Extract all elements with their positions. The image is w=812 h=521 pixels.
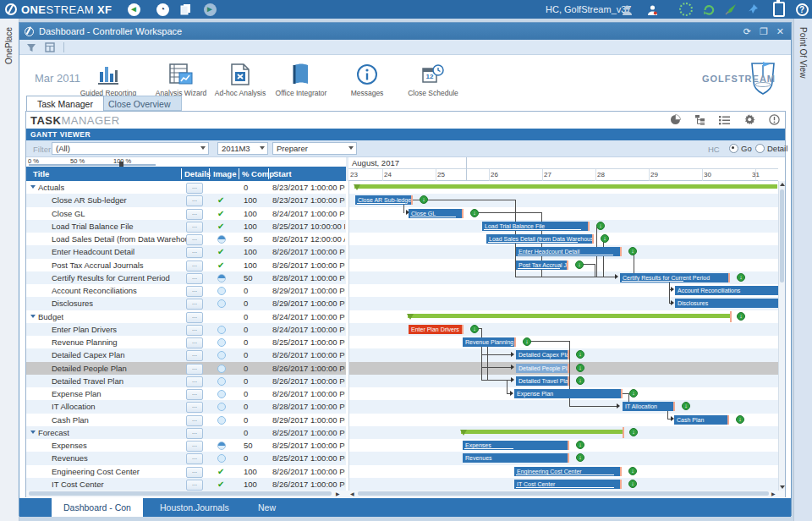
tab-close-overview[interactable]: Close Overview bbox=[97, 96, 182, 111]
details-button[interactable]: ... bbox=[186, 195, 203, 206]
app-icon-guided-reporting[interactable]: Guided Reporting bbox=[72, 60, 145, 97]
task-complete-circle-icon[interactable]: ↓ bbox=[576, 376, 584, 385]
task-complete-circle-icon[interactable]: ↓ bbox=[628, 480, 637, 488]
gantt-hscroll-thumb[interactable] bbox=[358, 491, 769, 496]
task-complete-circle-icon[interactable]: ↓ bbox=[420, 195, 428, 204]
group-collapse-icon[interactable] bbox=[30, 185, 36, 189]
gear-icon[interactable] bbox=[744, 114, 755, 125]
group-collapse-icon[interactable] bbox=[30, 431, 36, 434]
table-row[interactable]: Expenses...508/25/2017 1:00:00 PM bbox=[26, 439, 346, 452]
table-row[interactable]: Budget...08/24/2017 1:00:00 PM bbox=[26, 310, 346, 323]
point-of-view-strip[interactable]: Point Of View bbox=[793, 19, 812, 521]
app-icon-office-integrator[interactable]: Office Integrator bbox=[265, 60, 337, 97]
gantt-bar[interactable]: Close AR Sub-ledger bbox=[355, 195, 413, 205]
task-complete-circle-icon[interactable]: ↓ bbox=[575, 260, 584, 269]
details-button[interactable]: ... bbox=[186, 183, 203, 194]
task-complete-circle-icon[interactable]: ↓ bbox=[576, 441, 584, 449]
column-header-details[interactable]: Details bbox=[184, 167, 211, 181]
gantt-bar[interactable]: Expense Plan bbox=[514, 389, 623, 398]
bottom-tab-houston-journals[interactable]: Houston.Journals bbox=[148, 498, 241, 517]
details-button[interactable]: ... bbox=[186, 247, 203, 258]
details-button[interactable]: ... bbox=[186, 415, 203, 426]
layout-grid-icon[interactable] bbox=[45, 42, 55, 52]
table-row[interactable]: Enter Headcount Detail...✔1008/26/2017 1… bbox=[26, 245, 346, 258]
task-complete-circle-icon[interactable]: ↓ bbox=[601, 234, 609, 243]
task-complete-circle-icon[interactable]: ↓ bbox=[737, 312, 745, 321]
gantt-bar[interactable]: Enter Headcount Detail bbox=[516, 247, 622, 256]
gantt-hscroll-right-arrow[interactable]: ▶ bbox=[771, 491, 776, 496]
bottom-tab-new[interactable]: New bbox=[246, 498, 288, 517]
table-row[interactable]: Detailed Capex Plan...08/26/2017 1:00:00… bbox=[26, 348, 346, 361]
table-row[interactable]: Certify Results for Current Period...508… bbox=[26, 271, 346, 284]
task-complete-circle-icon[interactable]: ↓ bbox=[523, 337, 531, 346]
copy-pages-icon[interactable] bbox=[179, 3, 193, 16]
task-complete-circle-icon[interactable]: ↓ bbox=[628, 247, 637, 255]
table-row[interactable]: Revenue Planning...08/25/2017 1:00:00 PM bbox=[26, 336, 346, 348]
group-collapse-icon[interactable] bbox=[30, 315, 36, 318]
details-button[interactable]: ... bbox=[186, 441, 203, 452]
table-row[interactable]: IT Allocation...08/28/2017 1:00:00 PM bbox=[26, 400, 346, 413]
gantt-hscroll-left-arrow[interactable]: ◀ bbox=[350, 491, 354, 496]
gantt-bar[interactable]: Post Tax Accrual Journ bbox=[516, 260, 568, 270]
column-header-start[interactable]: Start bbox=[273, 167, 292, 181]
gantt-bar[interactable]: Engineering Cost Center bbox=[514, 467, 622, 476]
gantt-bar[interactable]: Load Sales Detail (from Data Warehouse) bbox=[486, 234, 594, 244]
dart-icon[interactable] bbox=[724, 3, 738, 16]
gantt-summary-bar[interactable] bbox=[408, 314, 730, 318]
details-button[interactable]: ... bbox=[186, 350, 203, 361]
task-complete-circle-icon[interactable]: ↓ bbox=[576, 364, 584, 372]
details-button[interactable]: ... bbox=[186, 209, 203, 220]
details-button[interactable]: ... bbox=[186, 325, 203, 336]
radio-detail[interactable]: Detail bbox=[755, 144, 787, 153]
task-complete-circle-icon[interactable]: ↓ bbox=[596, 222, 605, 230]
details-button[interactable]: ... bbox=[186, 234, 203, 245]
gantt-bar[interactable]: IT Cost Center bbox=[514, 480, 622, 489]
task-complete-circle-icon[interactable]: ↓ bbox=[470, 209, 479, 217]
column-header-comp[interactable]: % Comp bbox=[242, 167, 274, 181]
app-icon-messages[interactable]: Messages bbox=[331, 60, 403, 97]
table-row[interactable]: Load Sales Detail (from Data Warehouse).… bbox=[26, 233, 346, 245]
period-dropdown[interactable]: 2011M3 bbox=[217, 142, 268, 155]
details-button[interactable]: ... bbox=[186, 389, 203, 400]
gantt-summary-bar[interactable] bbox=[354, 184, 777, 189]
list-icon[interactable] bbox=[719, 115, 731, 125]
vertical-scroll-thumb[interactable] bbox=[780, 189, 784, 282]
table-row[interactable]: Enter Plan Drivers...08/24/2017 1:00:00 … bbox=[26, 323, 346, 336]
table-row[interactable]: IT Cost Center...✔1008/26/2017 1:00:00 P… bbox=[26, 478, 346, 491]
filter-funnel-icon[interactable] bbox=[26, 42, 36, 52]
table-row[interactable]: Detailed People Plan...08/26/2017 1:00:0… bbox=[26, 362, 346, 375]
table-row[interactable]: Load Trial Balance File...✔1008/25/2017 … bbox=[26, 220, 346, 233]
oneplace-strip[interactable]: OnePlace bbox=[0, 19, 19, 521]
zoom-slider-track[interactable] bbox=[29, 164, 156, 166]
task-complete-circle-icon[interactable]: ↓ bbox=[736, 415, 744, 424]
user-icon[interactable] bbox=[620, 3, 634, 16]
gantt-bar[interactable]: Revenues bbox=[463, 453, 569, 463]
refresh-icon[interactable] bbox=[702, 3, 716, 16]
gantt-bar[interactable]: Enter Plan Drivers bbox=[409, 325, 464, 334]
role-dropdown[interactable]: Preparer bbox=[272, 142, 357, 155]
details-button[interactable]: ... bbox=[186, 299, 203, 310]
scroll-down-arrow-icon[interactable] bbox=[780, 485, 785, 489]
details-button[interactable]: ... bbox=[186, 273, 203, 284]
window-refresh-button[interactable]: ⟳ bbox=[743, 26, 751, 37]
details-button[interactable]: ... bbox=[186, 428, 203, 439]
column-header-title[interactable]: Title bbox=[33, 167, 49, 181]
bottom-tab-dashboard-con[interactable]: Dashboard - Con bbox=[52, 498, 143, 517]
table-row[interactable]: Expense Plan...08/26/2017 1:00:00 PM bbox=[26, 387, 346, 400]
details-button[interactable]: ... bbox=[186, 364, 203, 375]
window-close-button[interactable]: ✕ bbox=[776, 26, 784, 37]
task-complete-circle-icon[interactable]: ↓ bbox=[576, 350, 584, 359]
gantt-bar[interactable]: Cash Plan bbox=[674, 415, 729, 425]
navigate-icon[interactable]: ◔ bbox=[156, 3, 169, 16]
table-row[interactable]: Disclosures...08/29/2017 1:00:00 PM bbox=[26, 297, 346, 310]
gantt-summary-bar[interactable] bbox=[461, 430, 623, 434]
gantt-bar[interactable]: IT Allocation bbox=[623, 402, 675, 411]
radio-go[interactable]: Go bbox=[729, 144, 752, 153]
details-button[interactable]: ... bbox=[186, 402, 203, 413]
details-button[interactable]: ... bbox=[186, 222, 203, 233]
table-row[interactable]: Forecast...08/25/2017 1:00:00 PM bbox=[26, 426, 346, 439]
details-button[interactable]: ... bbox=[186, 312, 203, 323]
gantt-bar[interactable]: Close GL bbox=[409, 209, 464, 218]
clipboard-icon[interactable] bbox=[772, 3, 786, 16]
gantt-bar[interactable]: Detailed Capex Plan bbox=[516, 350, 569, 359]
